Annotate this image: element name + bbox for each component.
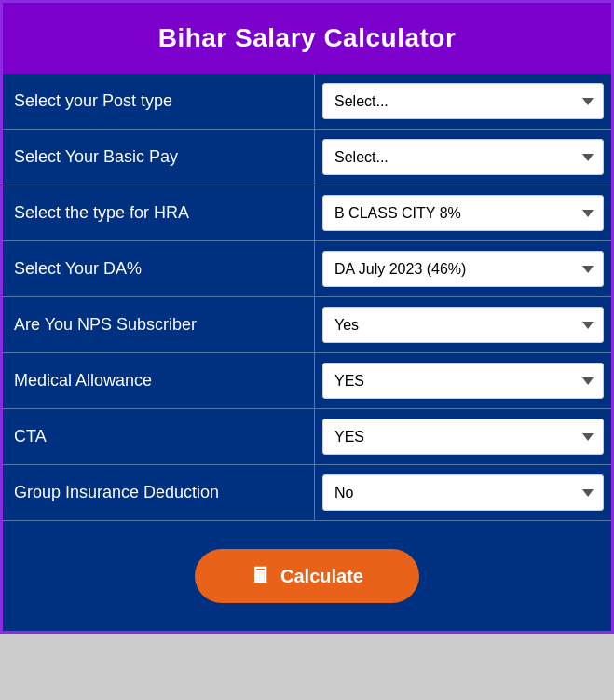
form-row-hra-type: Select the type for HRAA CLASS CITY 16%B… (3, 185, 611, 241)
calculator-footer: 🖩 Calculate (3, 521, 611, 631)
select-group-insurance[interactable]: YesNo (322, 474, 604, 511)
calculator-container: Bihar Salary Calculator Select your Post… (0, 0, 614, 634)
calculator-icon: 🖩 (251, 564, 271, 588)
form-body: Select your Post typeSelect...Class ICla… (3, 74, 611, 521)
calculator-header: Bihar Salary Calculator (3, 3, 611, 74)
control-cell-hra-type: A CLASS CITY 16%B CLASS CITY 8%C CLASS C… (315, 185, 611, 240)
control-cell-medical-allowance: YESNO (315, 353, 611, 408)
form-row-nps-subscriber: Are You NPS SubscriberYesNo (3, 297, 611, 353)
label-basic-pay: Select Your Basic Pay (3, 130, 315, 185)
label-group-insurance: Group Insurance Deduction (3, 465, 315, 520)
form-row-cta: CTAYESNO (3, 409, 611, 465)
form-row-basic-pay: Select Your Basic PaySelect...1560017140… (3, 130, 611, 185)
calculate-button-label: Calculate (280, 566, 363, 587)
control-cell-basic-pay: Select...1560017140199002170025500 (315, 130, 611, 185)
label-post-type: Select your Post type (3, 74, 315, 129)
control-cell-post-type: Select...Class IClass IIClass IIIClass I… (315, 74, 611, 129)
select-da-percent[interactable]: DA Jan 2023 (42%)DA July 2023 (46%)DA Ja… (322, 251, 604, 287)
label-da-percent: Select Your DA% (3, 241, 315, 296)
select-cta[interactable]: YESNO (322, 419, 604, 455)
control-cell-cta: YESNO (315, 409, 611, 464)
calculate-button[interactable]: 🖩 Calculate (195, 549, 419, 603)
form-row-da-percent: Select Your DA%DA Jan 2023 (42%)DA July … (3, 241, 611, 297)
form-row-medical-allowance: Medical AllowanceYESNO (3, 353, 611, 409)
label-cta: CTA (3, 409, 315, 464)
control-cell-group-insurance: YesNo (315, 465, 611, 520)
select-medical-allowance[interactable]: YESNO (322, 363, 604, 399)
select-basic-pay[interactable]: Select...1560017140199002170025500 (322, 139, 604, 175)
control-cell-nps-subscriber: YesNo (315, 297, 611, 352)
select-post-type[interactable]: Select...Class IClass IIClass IIIClass I… (322, 83, 604, 119)
label-hra-type: Select the type for HRA (3, 185, 315, 240)
label-medical-allowance: Medical Allowance (3, 353, 315, 408)
form-row-group-insurance: Group Insurance DeductionYesNo (3, 465, 611, 521)
select-nps-subscriber[interactable]: YesNo (322, 307, 604, 343)
label-nps-subscriber: Are You NPS Subscriber (3, 297, 315, 352)
control-cell-da-percent: DA Jan 2023 (42%)DA July 2023 (46%)DA Ja… (315, 241, 611, 296)
form-row-post-type: Select your Post typeSelect...Class ICla… (3, 74, 611, 130)
select-hra-type[interactable]: A CLASS CITY 16%B CLASS CITY 8%C CLASS C… (322, 195, 604, 231)
page-title: Bihar Salary Calculator (12, 23, 602, 53)
